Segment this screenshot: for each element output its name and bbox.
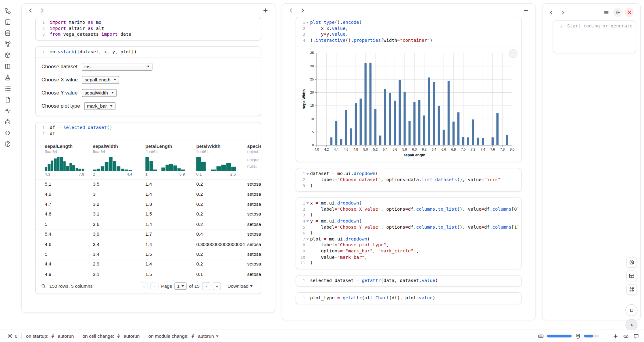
code-editor[interactable]: 1df = selected_dataset()2df <box>36 123 261 139</box>
code-editor[interactable]: 1plot_type().encode(2 x=x.value,3 y=y.va… <box>296 17 521 46</box>
keyboard-icon[interactable] <box>538 333 544 339</box>
tracing-icon[interactable] <box>4 107 11 115</box>
run-all-button[interactable] <box>625 319 637 331</box>
code-editor[interactable]: 1mo.vstack([dataset, x, y, plot]) <box>36 47 261 58</box>
download-button[interactable]: Download <box>227 284 252 289</box>
keyboard-shortcuts-button[interactable] <box>626 284 637 295</box>
control-row: Choose datasetiris <box>41 62 255 71</box>
floating-controls <box>625 257 637 331</box>
add-cell-button[interactable] <box>523 8 529 13</box>
logs-icon[interactable] <box>4 85 11 92</box>
table-row[interactable]: 53.61.40.2setosa <box>36 219 261 229</box>
choose-y-value-select[interactable]: sepalWidth <box>82 89 116 97</box>
dependencies-icon[interactable] <box>4 41 11 48</box>
column-header-petalLength[interactable]: petalLengthfloat6416.9 <box>145 144 196 176</box>
page-select[interactable]: 1 <box>175 283 187 290</box>
choose-x-value-select[interactable]: sepalLength <box>82 76 119 84</box>
search-icon[interactable] <box>41 284 46 289</box>
last-page-button[interactable]: » <box>213 282 221 290</box>
svg-text:25: 25 <box>310 77 314 81</box>
error-indicator[interactable]: 0 <box>3 330 22 342</box>
table-row[interactable]: 4.931.40.2setosa <box>36 189 261 199</box>
choose-dataset-select[interactable]: iris <box>81 63 152 71</box>
svg-text:sepalWidth: sepalWidth <box>302 89 306 109</box>
table-body: 5.13.51.40.2setosa4.931.40.2setosa4.73.2… <box>36 179 261 279</box>
svg-text:4.4: 4.4 <box>334 148 338 151</box>
column-histogram <box>196 157 236 171</box>
chevron-left-icon[interactable] <box>28 8 34 13</box>
layout-button[interactable] <box>626 271 637 281</box>
app-view-button[interactable] <box>625 304 637 316</box>
chevron-right-icon[interactable] <box>39 8 45 13</box>
svg-text:7.6: 7.6 <box>490 148 495 151</box>
code-editor[interactable]: 1import marimo as mo2import altair as al… <box>36 17 261 40</box>
ai-code-editor[interactable]: 1 Start coding or generate with AI <box>553 21 636 53</box>
column-header-sepalWidth[interactable]: sepalWidthfloat6424.4 <box>93 144 145 176</box>
ai-sparkle-icon[interactable] <box>613 333 619 339</box>
page-label: Page <box>161 284 172 289</box>
code-editor[interactable]: 1plot_type = getattr(alt.Chart(df), plot… <box>296 293 521 304</box>
svg-text:6.8: 6.8 <box>451 148 456 151</box>
plugins-icon[interactable] <box>4 129 11 137</box>
code-editor[interactable]: 1dataset = mo.ui.dropdown(2 label="Choos… <box>296 169 521 191</box>
chevron-down-icon <box>216 335 218 337</box>
scratchpad-icon[interactable] <box>4 96 11 103</box>
column-header-species[interactable]: speciesobjectunique:nulls: <box>247 144 261 176</box>
chevron-left-icon[interactable] <box>549 10 554 15</box>
ai-editor-cell: 1 Start coding or generate with AI <box>553 20 636 53</box>
on-startup-setting[interactable]: on startup: autorun <box>22 330 78 342</box>
table-row[interactable]: 4.73.21.30.2setosa <box>36 199 261 209</box>
close-icon[interactable] <box>625 8 634 17</box>
prev-page-button[interactable]: ‹ <box>150 282 159 290</box>
table-row[interactable]: 4.93.11.50.1setosa <box>36 269 261 279</box>
app: f 1import marimo as mo2import altair as … <box>0 0 644 342</box>
table-row[interactable]: 4.42.91.40.2setosa <box>36 259 261 269</box>
setting-value: autorun <box>198 333 214 338</box>
code-editor[interactable]: 1x = mo.ui.dropdown(2 label="Choose X va… <box>296 198 521 269</box>
data-sources-icon[interactable] <box>4 30 11 37</box>
documentation-icon[interactable] <box>4 63 11 70</box>
first-page-button[interactable]: « <box>140 282 148 290</box>
svg-text:10: 10 <box>310 117 314 121</box>
on-cell-change-setting[interactable]: on cell change: autorun <box>78 330 144 342</box>
help-icon[interactable] <box>4 141 11 148</box>
table-summary: 150 rows, 5 columns <box>49 284 93 289</box>
ai-chat-icon[interactable] <box>4 118 11 126</box>
cell-selected-dataset: 1selected_dataset = getattr(data, datase… <box>296 275 522 287</box>
table-row[interactable]: 5.13.51.40.2setosa <box>36 179 261 189</box>
code-editor[interactable]: 1selected_dataset = getattr(data, datase… <box>296 275 521 286</box>
snippets-icon[interactable] <box>4 74 11 81</box>
table-row[interactable]: 5.43.91.70.4setosa <box>36 229 261 239</box>
notebook-panel-middle: 1plot_type().encode(2 x=x.value,3 y=y.va… <box>282 3 535 320</box>
table-row[interactable]: 4.63.41.40.30000000000000004setosa <box>36 239 261 249</box>
chevron-left-icon[interactable] <box>288 8 294 13</box>
settings-gear-icon[interactable] <box>613 8 622 17</box>
on-module-change-setting[interactable]: on module change: autorun <box>144 330 223 342</box>
copilot-icon[interactable] <box>623 333 629 339</box>
circle-x-icon <box>7 333 13 339</box>
variables-icon[interactable]: f <box>4 19 11 26</box>
chat-feedback-icon[interactable] <box>633 333 639 339</box>
save-button[interactable] <box>626 257 637 268</box>
chevron-right-icon[interactable] <box>300 8 305 13</box>
add-cell-button[interactable] <box>263 8 268 13</box>
table-header: sepalLengthfloat644.37.9sepalWidthfloat6… <box>36 140 261 179</box>
column-header-petalWidth[interactable]: petalWidthfloat640.12.5 <box>196 144 247 176</box>
column-histogram <box>45 157 84 171</box>
generate-with-ai-link[interactable]: generate <box>611 23 632 29</box>
menu-icon[interactable] <box>602 8 611 17</box>
svg-text:4.8: 4.8 <box>353 148 358 151</box>
chevron-right-icon[interactable] <box>560 10 566 15</box>
next-page-button[interactable]: › <box>202 282 210 290</box>
packages-icon[interactable] <box>4 52 11 59</box>
file-explorer-icon[interactable] <box>4 7 11 15</box>
svg-text:5.0: 5.0 <box>363 148 368 151</box>
dropdown-label: Choose plot type <box>41 103 80 109</box>
column-header-sepalLength[interactable]: sepalLengthfloat644.37.9 <box>45 144 93 176</box>
table-row[interactable]: 53.41.50.2setosa <box>36 249 261 259</box>
svg-text:4.0: 4.0 <box>314 148 319 151</box>
table-row[interactable]: 4.63.11.50.2setosa <box>36 209 261 219</box>
dataframe-table: sepalLengthfloat644.37.9sepalWidthfloat6… <box>36 139 261 294</box>
choose-plot-type-select[interactable]: mark_bar <box>84 102 116 110</box>
svg-text:20: 20 <box>310 91 314 94</box>
